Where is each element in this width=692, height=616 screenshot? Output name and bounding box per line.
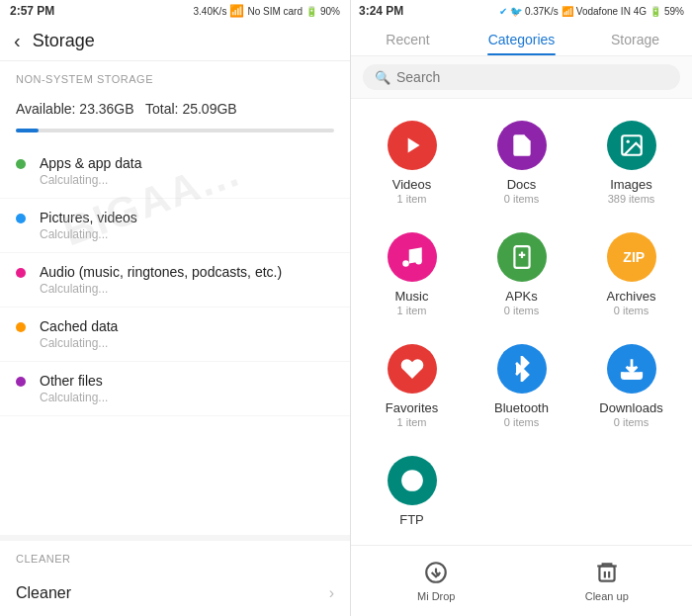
svg-point-2 [626, 140, 629, 143]
item-label-audio: Audio (music, ringtones, podcasts, etc.) [40, 264, 282, 280]
storage-item-pictures-videos[interactable]: Pictures, videos Calculating... [0, 199, 350, 253]
svg-point-3 [402, 260, 409, 267]
mi-drop-button[interactable]: Mi Drop [351, 554, 522, 606]
battery-left: 90% [320, 6, 340, 17]
clean-up-label: Clean up [585, 590, 629, 602]
cat-icon-favorites [388, 344, 437, 394]
cleaner-section: CLEANER Cleaner › [0, 535, 350, 616]
category-item-downloads[interactable]: Downloads 0 items [578, 332, 684, 440]
status-icons-right: ✔ 🐦 0.37K/s 📶 Vodafone IN 4G 🔋 59% [499, 6, 684, 17]
cat-icon-apks [497, 232, 547, 282]
cat-icon-archives: ZIP [607, 232, 656, 282]
item-text-other-files: Other files Calculating... [40, 373, 108, 404]
cat-count-docs: 0 items [504, 193, 539, 205]
toolbar-left: ‹ Storage [0, 22, 350, 61]
cat-name-videos: Videos [392, 177, 432, 192]
no-sim-label: No SIM card [247, 6, 303, 17]
signal-icon: 📶 [562, 6, 573, 17]
cat-count-bluetooth: 0 items [504, 416, 539, 428]
cat-name-images: Images [610, 177, 652, 192]
network-speed-left: 3.40K/s [193, 6, 226, 17]
item-label-other-files: Other files [40, 373, 108, 389]
category-item-videos[interactable]: Videos 1 item [359, 109, 465, 217]
dot-apps-app-data [16, 159, 26, 169]
category-item-music[interactable]: Music 1 item [359, 220, 465, 328]
network-speed-right: 0.37K/s [525, 6, 559, 17]
left-panel: 2:57 PM 3.40K/s 📶 No SIM card 🔋 90% ‹ St… [0, 0, 351, 616]
cat-name-apks: APKs [505, 289, 538, 304]
tab-recent[interactable]: Recent [351, 22, 465, 55]
search-input[interactable] [396, 69, 668, 85]
cleaner-section-header: CLEANER [0, 541, 350, 571]
storage-available: Available: 23.36GB [16, 101, 134, 117]
svg-text:ZIP: ZIP [623, 249, 645, 265]
cat-name-archives: Archives [607, 289, 656, 304]
storage-item-apps-app-data[interactable]: Apps & app data Calculating... [0, 144, 350, 199]
search-inner: 🔍 [363, 64, 680, 90]
cat-name-docs: Docs [507, 177, 537, 192]
storage-bar [0, 123, 350, 144]
categories-grid: Videos 1 item Docs 0 items Images 389 it… [351, 99, 692, 545]
chevron-right-icon: › [329, 584, 334, 602]
cat-name-ftp: FTP [399, 512, 424, 527]
item-sub-apps-app-data: Calculating... [40, 173, 142, 187]
cat-icon-music [388, 232, 437, 282]
cat-count-downloads: 0 items [614, 416, 649, 428]
tab-storage[interactable]: Storage [578, 22, 692, 55]
back-button[interactable]: ‹ [14, 30, 21, 52]
tab-bar: Recent Categories Storage [351, 22, 692, 56]
item-sub-cached-data: Calculating... [40, 336, 118, 350]
category-item-archives[interactable]: ZIP Archives 0 items [578, 220, 684, 328]
svg-point-4 [415, 258, 422, 265]
cat-name-music: Music [395, 289, 429, 304]
storage-item-audio[interactable]: Audio (music, ringtones, podcasts, etc.)… [0, 253, 350, 308]
cat-icon-images [607, 121, 656, 170]
mi-drop-label: Mi Drop [417, 590, 456, 602]
storage-info: Available: 23.36GB Total: 25.09GB [0, 91, 350, 123]
clean-up-button[interactable]: Clean up [522, 554, 693, 606]
search-icon: 🔍 [375, 70, 390, 85]
cleaner-row[interactable]: Cleaner › [0, 571, 350, 616]
cat-count-images: 389 items [608, 193, 655, 205]
cat-count-music: 1 item [397, 305, 427, 316]
cat-count-apks: 0 items [504, 305, 539, 316]
category-item-docs[interactable]: Docs 0 items [469, 109, 574, 217]
item-text-apps-app-data: Apps & app data Calculating... [40, 155, 142, 187]
bottom-bar-right: Mi Drop Clean up [351, 545, 692, 616]
twitter-icon: 🐦 [510, 6, 522, 17]
item-sub-other-files: Calculating... [40, 391, 108, 404]
cat-name-downloads: Downloads [599, 400, 662, 415]
dot-cached-data [16, 322, 26, 332]
dot-pictures-videos [16, 214, 26, 223]
battery-icon-left: 🔋 [305, 6, 317, 17]
wifi-icon: 📶 [229, 4, 244, 18]
cat-count-videos: 1 item [397, 193, 427, 205]
right-panel: 3:24 PM ✔ 🐦 0.37K/s 📶 Vodafone IN 4G 🔋 5… [351, 0, 692, 616]
mi-drop-icon [421, 558, 451, 587]
verified-icon: ✔ [499, 6, 507, 17]
item-text-audio: Audio (music, ringtones, podcasts, etc.)… [40, 264, 282, 296]
svg-marker-0 [407, 137, 419, 152]
storage-item-cached-data[interactable]: Cached data Calculating... [0, 308, 350, 362]
cat-icon-ftp [388, 456, 437, 505]
tab-categories[interactable]: Categories [465, 22, 578, 55]
category-item-apks[interactable]: APKs 0 items [469, 220, 574, 328]
category-item-favorites[interactable]: Favorites 1 item [359, 332, 465, 440]
cat-name-favorites: Favorites [386, 400, 438, 415]
category-item-images[interactable]: Images 389 items [578, 109, 684, 217]
item-label-cached-data: Cached data [40, 318, 118, 334]
status-bar-right: 3:24 PM ✔ 🐦 0.37K/s 📶 Vodafone IN 4G 🔋 5… [351, 0, 692, 22]
item-text-pictures-videos: Pictures, videos Calculating... [40, 210, 137, 241]
dot-other-files [16, 377, 26, 387]
search-bar: 🔍 [351, 56, 692, 99]
battery-icon-right: 🔋 [649, 6, 661, 17]
cat-icon-docs [497, 121, 547, 170]
time-left: 2:57 PM [10, 4, 54, 18]
category-item-ftp[interactable]: FTP [359, 444, 465, 539]
storage-total: Total: 25.09GB [145, 101, 237, 117]
category-item-bluetooth[interactable]: Bluetooth 0 items [469, 332, 574, 440]
cat-icon-videos [388, 121, 437, 170]
dot-audio [16, 268, 26, 278]
storage-item-other-files[interactable]: Other files Calculating... [0, 362, 350, 416]
storage-bar-fill [16, 129, 39, 132]
